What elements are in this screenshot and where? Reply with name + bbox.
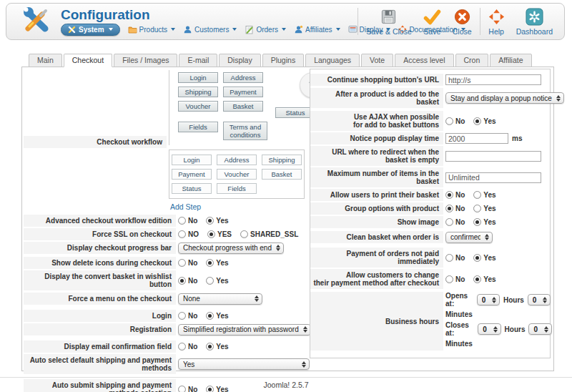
affiliates-icon: [294, 25, 303, 34]
menu-item-orders[interactable]: Orders: [245, 25, 286, 34]
radio-no[interactable]: No: [178, 386, 197, 392]
workflow-step-button[interactable]: Login: [178, 72, 218, 83]
radio-yes[interactable]: Yes: [473, 218, 495, 226]
workflow-step-button[interactable]: Basket: [262, 169, 302, 180]
radio-yes[interactable]: Yes: [206, 277, 228, 285]
radio-yes[interactable]: Yes: [473, 191, 495, 199]
max-items-input[interactable]: [445, 172, 541, 183]
workflow-step-button[interactable]: Login: [172, 155, 212, 165]
workflow-step-button[interactable]: Basket: [223, 101, 263, 112]
radio-yes[interactable]: Yes: [473, 254, 495, 262]
radio-no-ssl[interactable]: NO: [178, 230, 199, 238]
radio-yes[interactable]: Yes: [473, 205, 495, 212]
workflow-step-button[interactable]: Voucher: [178, 101, 218, 112]
field-label: Force SSL on checkout: [24, 228, 176, 240]
continue-url-input[interactable]: [445, 74, 541, 85]
tab-affiliate[interactable]: Affiliate: [490, 54, 531, 67]
radio-yes[interactable]: Yes: [206, 259, 228, 267]
tab-vote[interactable]: Vote: [361, 54, 393, 67]
tab-checkout[interactable]: Checkout: [64, 54, 112, 67]
radio-no[interactable]: No: [445, 191, 465, 199]
close-button[interactable]: Close: [447, 5, 478, 38]
radio-no[interactable]: No: [178, 343, 197, 351]
menu-item-affiliates[interactable]: Affiliates: [294, 25, 340, 34]
menu-item-system[interactable]: System: [61, 24, 120, 36]
select-arrows-icon: [302, 361, 306, 368]
menu-item-products[interactable]: Products: [128, 25, 175, 34]
menu-item-customers[interactable]: Customers: [183, 25, 237, 34]
radio-no[interactable]: No: [178, 259, 197, 267]
close-hour-select[interactable]: 0: [478, 323, 500, 335]
menu-item-label: System: [79, 26, 104, 34]
workflow-step-button[interactable]: Payment: [223, 87, 263, 97]
select-arrows-icon: [493, 326, 498, 333]
print-basket-row: Allow users to print their basket No Yes: [310, 189, 550, 201]
workflow-step-button[interactable]: Terms and conditions: [223, 122, 267, 140]
field-label: Clean basket when order is: [310, 231, 443, 243]
select-arrows-icon: [255, 295, 259, 302]
radio-yes[interactable]: Yes: [473, 275, 495, 283]
progress-bar-select[interactable]: Checkout progress with end: [178, 242, 284, 254]
close-circle-icon: [454, 7, 470, 26]
checkout-workflow-label: Checkout workflow: [24, 70, 167, 213]
after-add-select[interactable]: Stay and display a popup notice: [445, 92, 564, 104]
save-close-button[interactable]: Save & Close: [360, 5, 418, 38]
select-arrows-icon: [543, 297, 547, 303]
radio-no[interactable]: No: [445, 275, 465, 283]
radio-yes[interactable]: Yes: [473, 117, 495, 125]
auto-select-select[interactable]: Yes: [178, 358, 310, 370]
add-step-link[interactable]: Add Step: [170, 202, 201, 211]
radio-no[interactable]: No: [445, 205, 465, 212]
open-hour-select[interactable]: 0: [477, 294, 500, 305]
registration-select[interactable]: Simplified registration with password: [178, 324, 311, 335]
tools-icon: [68, 26, 76, 34]
radio-yes[interactable]: Yes: [206, 312, 228, 320]
business-hours-row: Business hours Opens at: 0 Hours 0: [310, 292, 550, 351]
radio-no[interactable]: No: [445, 218, 465, 226]
open-minute-select[interactable]: 0: [528, 294, 551, 305]
workflow-step-button[interactable]: Shipping: [178, 87, 218, 97]
field-label: Login: [24, 310, 176, 322]
radio-no[interactable]: No: [178, 217, 197, 225]
close-minute-select[interactable]: 0: [528, 323, 551, 335]
save-button[interactable]: Save: [418, 5, 447, 38]
opens-at-label: Opens at:: [445, 292, 473, 308]
max-items-row: Maximum number of items in the basket: [310, 167, 550, 187]
tab-email[interactable]: E-mail: [179, 54, 217, 67]
force-menu-select[interactable]: None: [178, 293, 262, 305]
radio-shared-ssl[interactable]: SHARED_SSL: [240, 230, 298, 238]
radio-no[interactable]: No: [445, 254, 465, 262]
clean-basket-select[interactable]: confirmed: [445, 232, 493, 243]
toolbar-button-label: Close: [453, 27, 472, 36]
tab-plugins[interactable]: Plugins: [262, 54, 304, 67]
radio-yes[interactable]: Yes: [206, 343, 228, 351]
redirect-url-input[interactable]: [445, 151, 541, 162]
checkout-settings-panel: Checkout workflow: [21, 67, 554, 371]
radio-yes[interactable]: Yes: [206, 386, 228, 392]
workflow-step-button[interactable]: Shipping: [262, 155, 302, 165]
radio-no[interactable]: No: [178, 277, 197, 285]
dashboard-icon: [526, 7, 543, 26]
tab-languages[interactable]: Languages: [305, 54, 360, 67]
workflow-step-button[interactable]: Fields: [217, 183, 257, 194]
tab-files-images[interactable]: Files / Images: [114, 54, 177, 67]
workflow-step-button[interactable]: Status: [172, 183, 212, 194]
workflow-step-button[interactable]: Address: [217, 155, 257, 165]
radio-no[interactable]: No: [445, 117, 465, 125]
workflow-step-button[interactable]: Fields: [178, 122, 218, 132]
menu-item-label: Products: [139, 26, 167, 34]
force-ssl-row: Force SSL on checkout NO YES SHARED_SSL: [24, 228, 310, 240]
help-button[interactable]: Help: [483, 5, 511, 38]
tab-access-level[interactable]: Access level: [395, 54, 453, 67]
workflow-step-button[interactable]: Payment: [172, 169, 212, 180]
radio-yes-ssl[interactable]: YES: [207, 230, 232, 238]
workflow-step-button[interactable]: Address: [223, 72, 263, 83]
radio-yes[interactable]: Yes: [206, 217, 228, 225]
tab-display[interactable]: Display: [219, 54, 260, 67]
tab-main[interactable]: Main: [29, 54, 62, 67]
workflow-step-button[interactable]: Voucher: [217, 169, 257, 180]
popup-time-input[interactable]: [445, 133, 508, 144]
tab-cron[interactable]: Cron: [455, 54, 489, 67]
dashboard-button[interactable]: Dashboard: [511, 5, 558, 38]
radio-no[interactable]: No: [178, 312, 197, 320]
